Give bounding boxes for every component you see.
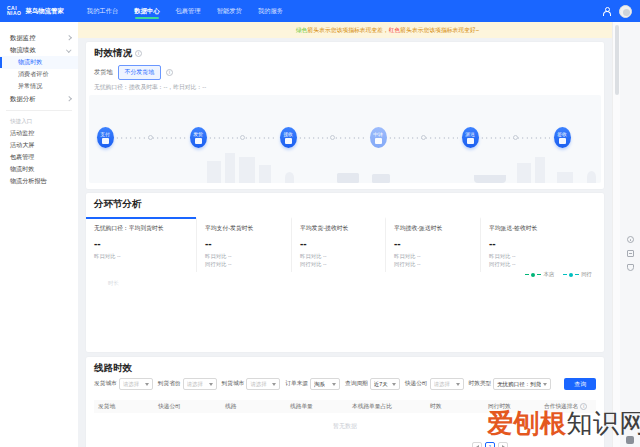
sidebar-item-label: 物流绩效 [10, 46, 36, 55]
timeline-midpoint-dot [240, 135, 245, 140]
sidebar-item-consumer-review[interactable]: 消费者评价 [0, 69, 78, 81]
dest-province-select[interactable]: 请选择 [183, 378, 217, 390]
dest-city-select[interactable]: 请选择 [246, 378, 280, 390]
nav-item-smart-ship[interactable]: 智能发货 [216, 3, 243, 20]
timeliness-caption: 无忧购口径：揽收及时率：--，昨日对比：-- [94, 83, 206, 92]
no-origin-split-button[interactable]: 不分发货地 [118, 65, 161, 80]
quick-link-logistics-timeliness[interactable]: 物流时效 [0, 163, 78, 175]
nav-item-data-center[interactable]: 数据中心 [133, 3, 160, 20]
origin-filter-row: 发货地 不分发货地 [94, 65, 173, 80]
filter-dest-province: 到货省份 请选择 [158, 378, 217, 390]
stat-title: 无忧购口径：平均到货时长 [94, 224, 188, 233]
sidebar-item-data-analysis[interactable]: 数据分析 [0, 93, 78, 105]
route-timeliness-card: 线路时效 发货城市 请选择 到货省份 请选择 到货城市 请选择 订单来源 淘系 … [86, 357, 604, 447]
sidebar-item-abnormal[interactable]: 异常情况 [0, 81, 78, 93]
quick-link-activity-monitor[interactable]: 活动监控 [0, 127, 78, 139]
logo-mark-icon: CAI NIAO [7, 6, 22, 17]
user-icon[interactable] [602, 7, 610, 16]
sidebar-item-logistics-performance[interactable]: 物流绩效 [0, 44, 78, 56]
timeline-node-delivery[interactable]: 派送 [462, 127, 479, 148]
courier-company-select[interactable]: 请选择 [430, 378, 464, 390]
truck-shape [372, 174, 390, 183]
node-label: 派送 [465, 131, 475, 137]
document-icon [195, 138, 202, 144]
timeline-node-pay[interactable]: 支付 [97, 127, 114, 148]
guide-icon[interactable] [627, 250, 634, 257]
nav-item-package[interactable]: 包裹管理 [175, 3, 202, 20]
filter-label: 到货省份 [158, 380, 181, 388]
node-label: 揽收 [283, 131, 293, 137]
route-table-header: 发货地 快递公司 线路 线路单量 本线路单量占比 时效 同行时效 合作快递排名 [94, 400, 596, 413]
boat-shape [474, 175, 506, 183]
legend-line [525, 274, 529, 275]
chart-axis-hint: 时长 [108, 280, 119, 287]
caret-down-icon [209, 383, 213, 386]
col-route-volume: 线路单量 [290, 400, 313, 413]
page-scrollbar[interactable] [612, 22, 620, 447]
empty-table-placeholder: 暂无数据 [94, 413, 596, 439]
timeline-node-ship[interactable]: 发货 [190, 127, 207, 148]
order-source-select[interactable]: 淘系 [310, 378, 340, 390]
header-right [602, 0, 632, 22]
chevron-right-icon [66, 36, 71, 41]
filter-courier-company: 快递公司 请选择 [405, 378, 464, 390]
brand-name: 菜鸟物流管家 [26, 7, 64, 16]
nav-item-workbench[interactable]: 我的工作台 [86, 3, 119, 20]
tree-shape [587, 171, 596, 183]
stat-title: 平均派送-签收时长 [489, 224, 596, 233]
building-shape [225, 153, 235, 183]
legend-dot [569, 273, 573, 277]
stat-compare: 昨日对比 --同行对比 -- [205, 252, 283, 268]
sidebar-item-label: 消费者评价 [18, 70, 48, 79]
customer-service-icon[interactable] [627, 236, 634, 243]
stat-value: -- [300, 238, 377, 249]
stat-tab-ship-pickup[interactable]: 平均发货-揽收时长 -- 昨日对比 --同行对比 -- [291, 217, 385, 272]
sidebar-item-data-monitor[interactable]: 数据监控 [0, 32, 78, 44]
info-icon[interactable] [135, 50, 142, 57]
chevron-down-icon [66, 47, 71, 52]
stat-tab-pay-ship[interactable]: 平均支付-发货时长 -- 昨日对比 --同行对比 -- [196, 217, 291, 272]
legend-own-store: 本店 [525, 271, 554, 278]
building-shape [517, 163, 531, 183]
origin-city-select[interactable]: 请选择 [119, 378, 153, 390]
prev-page-button[interactable] [472, 442, 482, 447]
query-period-select[interactable]: 近7天 [370, 378, 400, 390]
query-button[interactable]: 查询 [564, 378, 596, 390]
col-volume-share: 本线路单量占比 [352, 400, 392, 413]
tree-shape [285, 172, 294, 183]
notice-text-1: 箭头表示您该项指标表现变差， [308, 26, 389, 35]
timeline-node-transfer[interactable]: 中转 [370, 127, 387, 148]
quick-link-logistics-report[interactable]: 物流分析报告 [0, 175, 78, 187]
route-title: 线路时效 [94, 362, 132, 375]
origin-filter-label: 发货地 [94, 68, 113, 77]
filter-label: 到货城市 [222, 380, 245, 388]
feedback-icon[interactable] [627, 264, 634, 271]
stat-tab-arrival-duration[interactable]: 无忧购口径：平均到货时长 -- 昨日对比 -- [86, 217, 196, 272]
route-filters: 发货城市 请选择 到货省份 请选择 到货城市 请选择 订单来源 淘系 查询周期 … [94, 378, 596, 390]
quick-entry-title: 快捷入口 [0, 116, 78, 127]
page-number-button[interactable]: 1 [485, 442, 495, 447]
nav-item-services[interactable]: 我的服务 [257, 3, 284, 20]
scrollbar-thumb[interactable] [615, 25, 619, 95]
filter-label: 快递公司 [405, 380, 428, 388]
quick-link-activity-screen[interactable]: 活动大屏 [0, 139, 78, 151]
next-page-button[interactable] [498, 442, 508, 447]
sidebar-item-logistics-timeliness[interactable]: 物流时效 [0, 56, 78, 68]
timeline-node-signed[interactable]: 签收 [554, 127, 571, 148]
filter-label: 订单来源 [285, 380, 308, 388]
stat-tab-delivery-signed[interactable]: 平均派送-签收时长 -- 昨日对比 --同行对比 -- [480, 217, 604, 272]
helper-widget-icon[interactable] [626, 436, 634, 444]
quick-link-package-manage[interactable]: 包裹管理 [0, 151, 78, 163]
info-icon[interactable] [166, 69, 173, 76]
timeline-node-pickup[interactable]: 揽收 [280, 127, 297, 148]
timeliness-type-select[interactable]: 无忧购口径：到货时长 [493, 378, 551, 390]
cainiao-logo[interactable]: CAI NIAO 菜鸟物流管家 [7, 6, 64, 17]
legend-dot [531, 273, 535, 277]
avatar[interactable] [619, 5, 632, 18]
timeliness-card: 时效情况 发货地 不分发货地 无忧购口径：揽收及时率：--，昨日对比：-- [86, 42, 604, 189]
filter-order-source: 订单来源 淘系 [285, 378, 340, 390]
info-icon[interactable] [580, 403, 587, 410]
node-label: 支付 [100, 131, 110, 137]
stat-tab-pickup-delivery[interactable]: 平均揽收-派送时长 -- 昨日对比 --同行对比 -- [385, 217, 480, 272]
legend-line [563, 274, 567, 275]
